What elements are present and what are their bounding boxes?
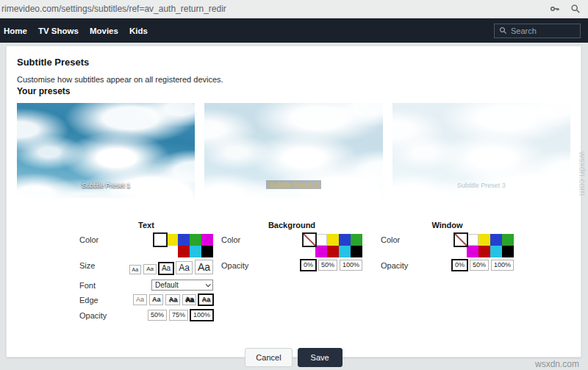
nav-item[interactable]: Kids [129, 26, 148, 35]
color-swatch[interactable] [154, 234, 166, 246]
color-swatch[interactable] [315, 246, 327, 257]
chevron-down-icon [206, 282, 211, 287]
color-swatch[interactable] [478, 234, 490, 246]
background-section-heading: Background [221, 221, 362, 230]
preset-caption-3: Subtitle Preset 3 [457, 182, 506, 189]
search-placeholder: Search [511, 26, 537, 35]
window-opacity-options: 0%50%100% [450, 260, 514, 271]
edge-option[interactable]: Aa [149, 294, 164, 305]
zoom-icon[interactable] [570, 4, 581, 14]
nav-item[interactable]: Home [4, 26, 27, 35]
color-swatch[interactable] [190, 246, 201, 257]
color-swatch[interactable] [490, 246, 502, 257]
preset-caption-2: Subtitle Preset 2 [266, 180, 320, 189]
color-swatch[interactable] [351, 234, 362, 246]
window-color-swatches [455, 234, 514, 257]
url-text[interactable]: rimevideo.com/settings/subtitles/ref=av_… [1, 4, 539, 14]
nav-item[interactable]: Movies [90, 26, 118, 35]
color-swatch[interactable] [201, 246, 213, 257]
browser-address-bar: rimevideo.com/settings/subtitles/ref=av_… [0, 0, 588, 18]
preset-preview-3[interactable]: Subtitle Preset 3 [392, 103, 570, 198]
pct-option[interactable]: 75% [169, 310, 188, 321]
color-swatch[interactable] [327, 246, 339, 257]
pct-option[interactable]: 50% [148, 310, 167, 321]
color-swatch[interactable] [339, 234, 351, 246]
swatch-none[interactable] [455, 234, 467, 246]
size-option[interactable]: Aa [159, 263, 173, 274]
color-swatch[interactable] [166, 234, 178, 246]
color-swatch[interactable] [339, 246, 351, 257]
cancel-button[interactable]: Cancel [245, 348, 292, 367]
pct-option[interactable]: 50% [470, 260, 489, 271]
nav-item[interactable]: TV Shows [38, 26, 79, 35]
preset-preview-2[interactable]: Subtitle Preset 2 [204, 103, 382, 198]
pct-option[interactable]: 100% [491, 260, 514, 271]
color-swatch[interactable] [178, 246, 190, 257]
text-size-options: AaAaAaAaAa [127, 260, 213, 274]
text-opacity-label: Opacity [79, 310, 151, 320]
color-swatch[interactable] [467, 234, 478, 246]
color-swatch[interactable] [201, 234, 213, 246]
background-opacity-label: Opacity [221, 260, 304, 270]
subtitle-controls: Text Color Size AaAaAaAaAa Font Default [79, 221, 581, 321]
background-color-label: Color [221, 234, 304, 244]
background-color-swatches [304, 234, 362, 257]
page-subtitle: Customise how subtitles appear on all re… [17, 75, 581, 84]
color-swatch[interactable] [178, 234, 190, 246]
edge-option[interactable]: Aa [165, 294, 180, 305]
watermark-side: wsxdn.com [577, 152, 587, 196]
color-swatch[interactable] [502, 246, 514, 257]
search-icon [499, 26, 507, 35]
settings-card: Subtitle Presets Customise how subtitles… [6, 46, 581, 357]
page-title: Subtitle Presets [17, 57, 581, 68]
primevideo-navbar: HomeTV ShowsMoviesKids Search [0, 18, 588, 43]
window-section-heading: Window [381, 221, 514, 230]
search-input[interactable]: Search [494, 24, 581, 38]
background-section: Background Color Opacity 0%50%100% [221, 221, 362, 271]
text-color-swatches [154, 234, 213, 257]
edge-option[interactable]: Aa [133, 294, 147, 305]
pct-option[interactable]: 0% [452, 260, 467, 271]
presets-heading: Your presets [17, 86, 581, 96]
window-opacity-label: Opacity [381, 260, 455, 270]
size-option[interactable]: Aa [176, 261, 193, 274]
swatch-none[interactable] [304, 234, 315, 246]
text-section: Text Color Size AaAaAaAaAa Font Default [79, 221, 213, 321]
text-opacity-options: 50%75%100% [146, 310, 213, 321]
color-swatch[interactable] [351, 246, 362, 257]
pct-option[interactable]: 100% [190, 310, 213, 321]
window-color-label: Color [381, 234, 455, 244]
color-swatch[interactable] [490, 234, 502, 246]
color-swatch[interactable] [315, 234, 327, 246]
key-icon[interactable] [550, 4, 560, 14]
pct-option[interactable]: 50% [318, 260, 337, 271]
font-dropdown[interactable]: Default [151, 280, 213, 291]
color-swatch[interactable] [467, 246, 478, 257]
preset-caption-1: Subtitle Preset 1 [82, 182, 130, 189]
text-section-heading: Text [79, 221, 213, 230]
preset-previews: Subtitle Preset 1 Subtitle Preset 2 Subt… [17, 103, 570, 198]
size-option[interactable]: Aa [195, 260, 213, 274]
text-color-label: Color [79, 234, 151, 244]
color-swatch[interactable] [502, 234, 514, 246]
save-button[interactable]: Save [298, 348, 343, 367]
edge-option[interactable]: Aa [198, 294, 213, 305]
color-swatch[interactable] [478, 246, 490, 257]
pct-option[interactable]: 100% [340, 260, 362, 271]
window-section: Window Color Opacity 0%50%100% [381, 221, 514, 271]
nav-items: HomeTV ShowsMoviesKids [4, 26, 159, 35]
form-actions: Cancel Save [7, 348, 581, 367]
watermark-bottom: wsxdn.com [535, 359, 579, 369]
color-swatch[interactable] [327, 234, 339, 246]
color-swatch[interactable] [190, 234, 201, 246]
background-opacity-options: 0%50%100% [298, 260, 362, 271]
size-option[interactable]: Aa [129, 265, 142, 274]
edge-option[interactable]: Aa [182, 294, 197, 305]
pct-option[interactable]: 0% [301, 260, 316, 271]
text-edge-options: AaAaAaAaAa [131, 294, 213, 305]
size-option[interactable]: Aa [143, 264, 157, 274]
preset-preview-1[interactable]: Subtitle Preset 1 [17, 103, 195, 198]
text-font-label: Font [79, 280, 151, 290]
font-dropdown-value: Default [155, 281, 179, 289]
